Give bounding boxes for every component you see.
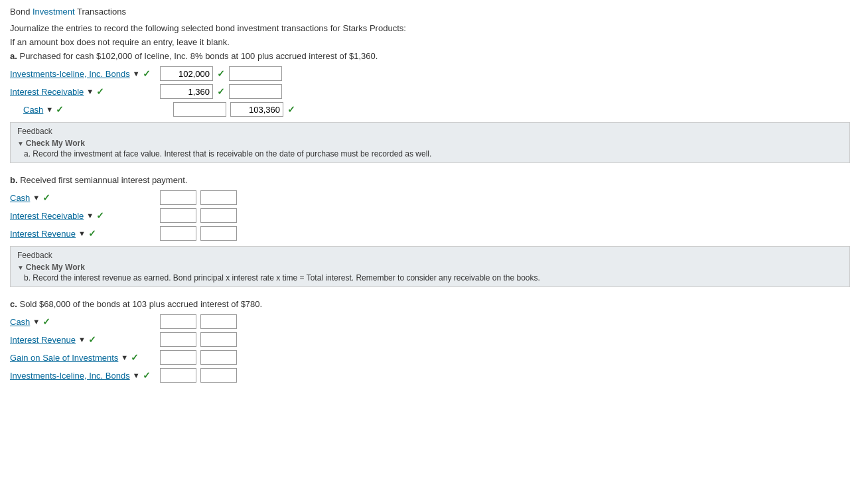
- debit-input-b3[interactable]: [160, 226, 196, 241]
- account-wrapper-c2: Interest Revenue ▼ ✓: [10, 334, 156, 345]
- check-a3: ✓: [56, 104, 64, 115]
- account-link-b3[interactable]: Interest Revenue: [10, 229, 76, 239]
- feedback-a-text: a. Record the investment at face value. …: [24, 149, 843, 158]
- section-b: b. Received first semiannual interest pa…: [10, 175, 850, 287]
- credit-check-a3: ✓: [287, 104, 295, 115]
- account-wrapper-b1: Cash ▼ ✓: [10, 192, 156, 203]
- account-wrapper-a2: Interest Receivable ▼ ✓: [10, 86, 156, 97]
- dropdown-arrow-a1[interactable]: ▼: [133, 70, 140, 78]
- debit-input-c2[interactable]: [160, 332, 196, 347]
- account-link-b1[interactable]: Cash: [10, 193, 30, 203]
- dropdown-arrow-c3[interactable]: ▼: [121, 353, 128, 361]
- dropdown-arrow-b1[interactable]: ▼: [33, 194, 40, 202]
- credit-input-a2[interactable]: [229, 84, 282, 99]
- debit-input-a1[interactable]: [160, 66, 213, 81]
- credit-input-c2[interactable]: [200, 332, 237, 347]
- debit-input-c1[interactable]: [160, 314, 196, 329]
- check-c4: ✓: [143, 370, 151, 381]
- credit-input-a3[interactable]: [230, 102, 283, 117]
- debit-input-c3[interactable]: [160, 350, 196, 365]
- section-c: c. Sold $68,000 of the bonds at 103 plus…: [10, 299, 850, 383]
- section-a: a. Purchased for cash $102,000 of Icelin…: [10, 51, 850, 163]
- account-wrapper-a3: Cash ▼ ✓: [23, 104, 169, 115]
- credit-input-c3[interactable]: [200, 350, 237, 365]
- account-wrapper-b2: Interest Receivable ▼ ✓: [10, 210, 156, 221]
- title-suffix: Transactions: [75, 7, 126, 17]
- check-my-work-b-title[interactable]: Check My Work: [17, 263, 843, 272]
- journal-row-c2: Interest Revenue ▼ ✓: [10, 332, 850, 347]
- dropdown-arrow-b2[interactable]: ▼: [86, 212, 94, 220]
- journal-row-a3: Cash ▼ ✓ ✓: [23, 102, 850, 117]
- title-highlight: Investment: [33, 7, 75, 17]
- feedback-b-label: Feedback: [17, 251, 843, 260]
- debit-input-b2[interactable]: [160, 208, 196, 223]
- account-link-c1[interactable]: Cash: [10, 317, 30, 327]
- feedback-a-label: Feedback: [17, 127, 843, 136]
- account-link-b2[interactable]: Interest Receivable: [10, 211, 84, 221]
- journal-row-a2: Interest Receivable ▼ ✓ ✓: [10, 84, 850, 99]
- account-link-c4[interactable]: Investments-Iceline, Inc. Bonds: [10, 371, 130, 381]
- account-link-a2[interactable]: Interest Receivable: [10, 87, 84, 97]
- credit-input-b3[interactable]: [200, 226, 237, 241]
- credit-input-c1[interactable]: [200, 314, 237, 329]
- debit-check-a2: ✓: [217, 86, 225, 97]
- dropdown-arrow-a3[interactable]: ▼: [46, 105, 53, 113]
- dropdown-arrow-a2[interactable]: ▼: [86, 88, 94, 95]
- debit-input-a2[interactable]: [160, 84, 213, 99]
- account-wrapper-c3: Gain on Sale of Investments ▼ ✓: [10, 352, 156, 363]
- section-a-header: a. Purchased for cash $102,000 of Icelin…: [10, 51, 850, 61]
- credit-input-c4[interactable]: [200, 368, 237, 383]
- journal-row-b2: Interest Receivable ▼ ✓: [10, 208, 850, 223]
- check-my-work-a-title[interactable]: Check My Work: [17, 139, 843, 148]
- check-a2: ✓: [96, 86, 104, 97]
- check-c3: ✓: [131, 352, 139, 363]
- check-c1: ✓: [42, 316, 50, 327]
- account-link-c3[interactable]: Gain on Sale of Investments: [10, 353, 118, 363]
- check-b2: ✓: [96, 210, 104, 221]
- dropdown-arrow-c2[interactable]: ▼: [78, 336, 86, 344]
- journal-row-c1: Cash ▼ ✓: [10, 314, 850, 329]
- account-wrapper-a1: Investments-Iceline, Inc. Bonds ▼ ✓: [10, 68, 156, 79]
- feedback-b: Feedback Check My Work b. Record the int…: [10, 246, 850, 287]
- account-link-a1[interactable]: Investments-Iceline, Inc. Bonds: [10, 69, 130, 79]
- section-c-header: c. Sold $68,000 of the bonds at 103 plus…: [10, 299, 850, 309]
- journal-row-c4: Investments-Iceline, Inc. Bonds ▼ ✓: [10, 368, 850, 383]
- debit-input-a3[interactable]: [173, 102, 226, 117]
- section-b-header: b. Received first semiannual interest pa…: [10, 175, 850, 185]
- check-c2: ✓: [88, 334, 96, 345]
- credit-input-b2[interactable]: [200, 208, 237, 223]
- journal-row-a1: Investments-Iceline, Inc. Bonds ▼ ✓ ✓: [10, 66, 850, 81]
- check-a1: ✓: [143, 68, 151, 79]
- dropdown-arrow-b3[interactable]: ▼: [78, 229, 86, 237]
- check-b1: ✓: [42, 192, 50, 203]
- journal-row-b1: Cash ▼ ✓: [10, 190, 850, 205]
- check-b3: ✓: [88, 228, 96, 239]
- credit-input-a1[interactable]: [229, 66, 282, 81]
- dropdown-arrow-c1[interactable]: ▼: [33, 318, 40, 326]
- account-wrapper-c4: Investments-Iceline, Inc. Bonds ▼ ✓: [10, 370, 156, 381]
- instruction-1: Journalize the entries to record the fol…: [10, 23, 850, 33]
- debit-input-b1[interactable]: [160, 190, 196, 205]
- page-title: Bond Investment Transactions: [10, 7, 850, 17]
- feedback-b-text: b. Record the interest revenue as earned…: [24, 273, 843, 283]
- account-wrapper-b3: Interest Revenue ▼ ✓: [10, 228, 156, 239]
- credit-input-b1[interactable]: [200, 190, 237, 205]
- account-wrapper-c1: Cash ▼ ✓: [10, 316, 156, 327]
- journal-row-b3: Interest Revenue ▼ ✓: [10, 226, 850, 241]
- debit-input-c4[interactable]: [160, 368, 196, 383]
- feedback-a: Feedback Check My Work a. Record the inv…: [10, 122, 850, 163]
- debit-check-a1: ✓: [217, 68, 225, 79]
- dropdown-arrow-c4[interactable]: ▼: [133, 371, 140, 379]
- journal-row-c3: Gain on Sale of Investments ▼ ✓: [10, 350, 850, 365]
- instruction-2: If an amount box does not require an ent…: [10, 37, 850, 47]
- title-prefix: Bond: [10, 7, 33, 17]
- account-link-c2[interactable]: Interest Revenue: [10, 335, 76, 345]
- account-link-a3[interactable]: Cash: [23, 105, 43, 115]
